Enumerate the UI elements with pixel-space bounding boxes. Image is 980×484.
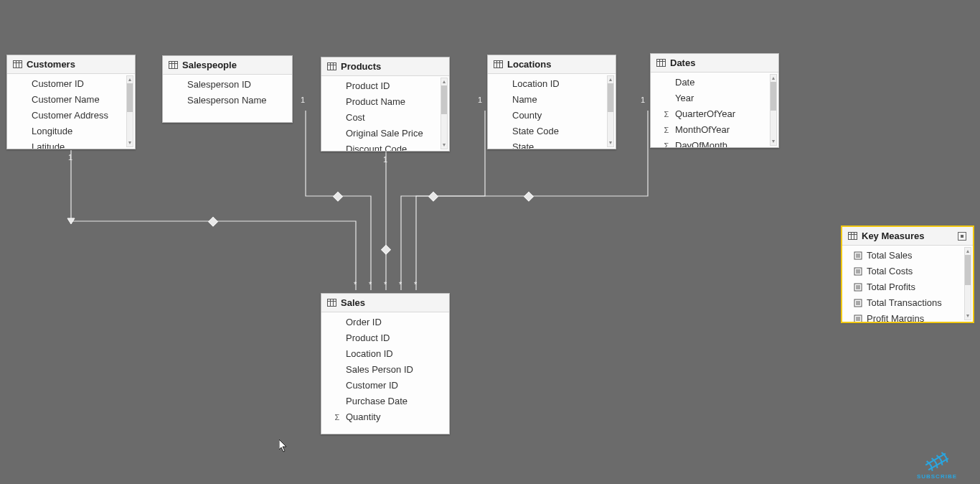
field-item[interactable]: Name [488, 92, 616, 108]
field-list: Product ID Product Name Cost Original Sa… [321, 76, 449, 151]
table-icon [13, 60, 22, 68]
scrollbar-thumb[interactable] [965, 255, 971, 285]
scroll-up-icon[interactable]: ▴ [771, 75, 776, 82]
subscribe-badge: SUBSCRIBE [917, 452, 957, 480]
field-item[interactable]: Customer Address [7, 108, 135, 124]
table-title: Dates [670, 57, 695, 68]
scrollbar[interactable]: ▴ ▾ [126, 75, 133, 147]
table-header[interactable]: Dates [651, 54, 778, 73]
scrollbar-thumb[interactable] [127, 83, 133, 112]
field-item[interactable]: QuarterOfYear [651, 106, 778, 122]
scroll-down-icon[interactable]: ▾ [965, 312, 971, 320]
field-item[interactable]: Customer ID [321, 378, 449, 394]
sigma-icon [662, 141, 671, 147]
table-customers[interactable]: Customers Customer ID Customer Name Cust… [6, 55, 136, 149]
table-header[interactable]: Products [321, 57, 449, 76]
table-header[interactable]: Customers [7, 55, 135, 74]
scroll-up-icon[interactable]: ▴ [965, 248, 971, 255]
field-item[interactable]: Discount Code [321, 141, 449, 151]
table-header[interactable]: Locations [488, 55, 616, 74]
field-item[interactable]: Total Costs [842, 264, 973, 279]
field-item[interactable]: Purchase Date [321, 394, 449, 409]
scrollbar[interactable]: ▴ ▾ [607, 75, 614, 147]
field-item[interactable]: Original Sale Price [321, 126, 449, 141]
measure-icon [854, 315, 862, 322]
svg-rect-4 [429, 192, 438, 201]
field-item[interactable]: Order ID [321, 315, 449, 330]
field-item[interactable]: Customer ID [7, 76, 135, 92]
table-header[interactable]: Key Measures [842, 227, 973, 246]
table-dates[interactable]: Dates Date Year QuarterOfYear MonthOfYea… [650, 53, 779, 148]
table-icon [327, 62, 336, 70]
scrollbar[interactable]: ▴ ▾ [964, 247, 971, 320]
field-list: Total Sales Total Costs Total Profits To… [842, 246, 973, 322]
cardinality-one: 1 [641, 96, 645, 104]
table-salespeople[interactable]: Salespeople Salesperson ID Salesperson N… [162, 55, 293, 123]
field-item[interactable]: Location ID [488, 76, 616, 92]
cardinality-one: 1 [301, 96, 305, 104]
table-title: Salespeople [182, 60, 237, 70]
cardinality-many: * [384, 280, 387, 289]
scroll-up-icon[interactable]: ▴ [608, 76, 613, 83]
scroll-down-icon[interactable]: ▾ [771, 138, 776, 145]
field-item[interactable]: State Code [488, 124, 616, 139]
field-item[interactable]: Total Profits [842, 279, 973, 295]
field-item[interactable]: State [488, 139, 616, 149]
table-header[interactable]: Salespeople [163, 56, 292, 75]
field-item[interactable]: Salesperson ID [163, 77, 292, 93]
svg-marker-1 [67, 218, 75, 224]
scrollbar[interactable]: ▴ ▾ [770, 74, 777, 146]
svg-rect-26 [328, 299, 336, 307]
table-products[interactable]: Products Product ID Product Name Cost Or… [321, 57, 450, 152]
maximize-icon[interactable] [957, 231, 967, 241]
mouse-cursor-icon [279, 439, 288, 452]
scrollbar-thumb[interactable] [441, 85, 447, 114]
svg-rect-14 [328, 63, 336, 70]
table-key-measures[interactable]: Key Measures Total Sales Total Costs Tot… [842, 226, 974, 322]
field-item[interactable]: Location ID [321, 346, 449, 362]
field-item[interactable]: Customer Name [7, 92, 135, 108]
field-item[interactable]: County [488, 108, 616, 124]
model-diagram-canvas[interactable]: 1 1 1 1 1 * * * * * Customers Customer I… [0, 0, 980, 484]
subscribe-label: SUBSCRIBE [917, 473, 957, 480]
field-item[interactable]: Cost [321, 110, 449, 126]
field-item[interactable]: Profit Margins [842, 311, 973, 322]
table-sales[interactable]: Sales Order ID Product ID Location ID Sa… [321, 293, 450, 434]
field-item[interactable]: Product Name [321, 94, 449, 110]
field-item[interactable]: Longitude [7, 124, 135, 139]
scrollbar-thumb[interactable] [608, 83, 613, 112]
measure-icon [854, 267, 862, 276]
scrollbar[interactable]: ▴ ▾ [440, 78, 448, 149]
field-item[interactable]: Salesperson Name [163, 93, 292, 108]
field-item[interactable]: Date [651, 75, 778, 90]
field-item[interactable]: Total Sales [842, 248, 973, 264]
field-item[interactable]: Latitude [7, 139, 135, 149]
field-item[interactable]: Year [651, 90, 778, 106]
svg-rect-5 [524, 192, 534, 201]
field-item[interactable]: Product ID [321, 78, 449, 94]
field-item[interactable]: Sales Person ID [321, 362, 449, 378]
cardinality-many: * [414, 280, 417, 289]
field-item[interactable]: DayOfMonth [651, 138, 778, 147]
cardinality-many: * [369, 280, 372, 289]
field-item[interactable]: Quantity [321, 409, 449, 425]
table-title: Customers [27, 59, 75, 70]
field-item[interactable]: MonthOfYear [651, 122, 778, 138]
table-icon [656, 59, 666, 67]
field-list: Salesperson ID Salesperson Name [163, 75, 292, 122]
scroll-down-icon[interactable]: ▾ [608, 139, 613, 146]
svg-rect-0 [209, 217, 218, 226]
scrollbar-thumb[interactable] [771, 82, 776, 111]
table-header[interactable]: Sales [321, 294, 449, 312]
svg-rect-10 [169, 62, 178, 69]
scroll-up-icon[interactable]: ▴ [441, 78, 447, 85]
table-icon [169, 61, 178, 69]
cardinality-one: 1 [383, 155, 387, 164]
table-locations[interactable]: Locations Location ID Name County State … [487, 55, 616, 149]
scroll-down-icon[interactable]: ▾ [127, 139, 133, 146]
field-item[interactable]: Product ID [321, 330, 449, 346]
sigma-icon [662, 110, 671, 118]
scroll-down-icon[interactable]: ▾ [441, 141, 447, 149]
field-item[interactable]: Total Transactions [842, 295, 973, 311]
scroll-up-icon[interactable]: ▴ [127, 76, 133, 83]
